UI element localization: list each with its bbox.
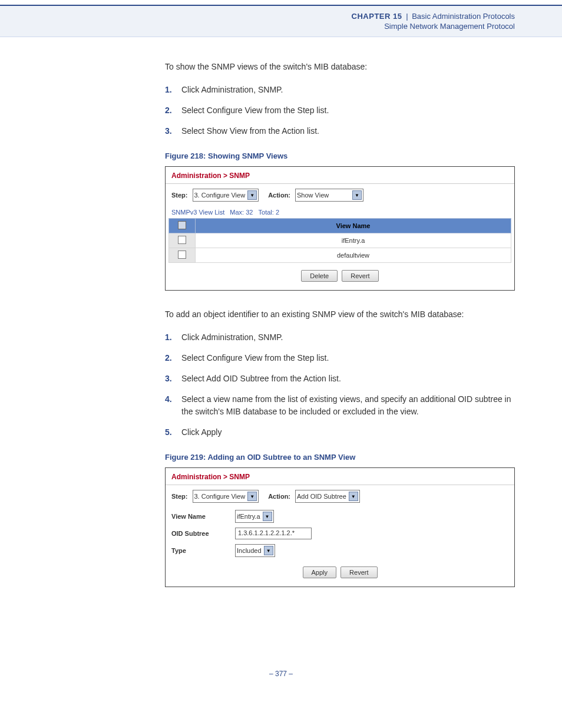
step-label: Step: xyxy=(171,192,188,199)
oid-label: OID Subtree xyxy=(171,530,235,537)
step-number: 5. xyxy=(165,426,172,439)
row-viewname: ifEntry.a xyxy=(196,233,511,248)
step-text: Click Administration, SNMP. xyxy=(181,85,283,94)
revert-button[interactable]: Revert xyxy=(342,270,378,282)
chapter-subtitle: Simple Network Management Protocol xyxy=(0,22,515,31)
list-label: SNMPv3 View List xyxy=(171,209,224,216)
step-select-value: 3. Configure View xyxy=(194,192,246,199)
breadcrumb: Administration > SNMP xyxy=(166,468,514,485)
viewname-row: View Name ifEntry.a ▼ xyxy=(166,508,514,525)
step-select-value: 3. Configure View xyxy=(194,493,246,500)
checkbox-icon xyxy=(178,221,186,229)
header-separator: | xyxy=(404,12,409,21)
step-text: Click Apply xyxy=(181,427,222,437)
action-select-value: Show View xyxy=(297,192,329,199)
row-checkbox[interactable] xyxy=(178,236,186,244)
section1-intro: To show the SNMP views of the switch's M… xyxy=(165,61,515,73)
section2-steps: 1.Click Administration, SNMP. 2.Select C… xyxy=(165,331,515,439)
figure218-screenshot: Administration > SNMP Step: 3. Configure… xyxy=(165,166,515,291)
step-select[interactable]: 3. Configure View ▼ xyxy=(193,490,259,503)
step-number: 3. xyxy=(165,373,172,385)
list-max: Max: 32 xyxy=(230,209,253,216)
chevron-down-icon[interactable]: ▼ xyxy=(247,190,257,200)
step-text: Select Add OID Subtree from the Action l… xyxy=(181,374,341,383)
select-all-header[interactable] xyxy=(169,219,196,233)
oid-input[interactable]: 1.3.6.1.2.1.2.2.1.2.* xyxy=(235,528,312,539)
row-viewname: defaultview xyxy=(196,248,511,263)
type-value: Included xyxy=(237,547,262,554)
delete-button[interactable]: Delete xyxy=(301,270,338,282)
chevron-down-icon[interactable]: ▼ xyxy=(263,512,272,521)
action-label: Action: xyxy=(268,493,290,500)
step-number: 2. xyxy=(165,104,172,117)
action-label: Action: xyxy=(268,192,290,199)
oid-row: OID Subtree 1.3.6.1.2.1.2.2.1.2.* xyxy=(166,525,514,542)
figure219-caption: Figure 219: Adding an OID Subtree to an … xyxy=(165,453,515,462)
section2-intro: To add an object identifier to an existi… xyxy=(165,308,515,321)
step-number: 4. xyxy=(165,393,172,406)
page-header: CHAPTER 15 | Basic Administration Protoc… xyxy=(0,6,562,37)
step-number: 1. xyxy=(165,84,172,96)
list-info: SNMPv3 View List Max: 32 Total: 2 xyxy=(166,206,514,218)
step-text: Click Administration, SNMP. xyxy=(181,332,283,342)
step-text: Select a view name from the list of exis… xyxy=(181,394,511,416)
action-select[interactable]: Show View ▼ xyxy=(295,189,363,202)
chevron-down-icon[interactable]: ▼ xyxy=(352,190,362,200)
step-text: Select Configure View from the Step list… xyxy=(181,106,329,115)
chapter-title: Basic Administration Protocols xyxy=(412,12,515,21)
step-number: 3. xyxy=(165,125,172,137)
type-label: Type xyxy=(171,547,235,554)
top-border xyxy=(0,0,562,6)
step-label: Step: xyxy=(171,493,188,500)
page-number: – 377 – xyxy=(0,670,562,678)
revert-button[interactable]: Revert xyxy=(340,566,377,578)
chapter-label: CHAPTER 15 xyxy=(352,12,402,21)
step-text: Select Show View from the Action list. xyxy=(181,126,319,136)
chevron-down-icon[interactable]: ▼ xyxy=(349,492,358,501)
type-select[interactable]: Included ▼ xyxy=(235,544,275,557)
action-select[interactable]: Add OID Subtree ▼ xyxy=(295,490,360,503)
step-number: 2. xyxy=(165,352,172,364)
viewname-header: View Name xyxy=(196,219,511,233)
controls-row: Step: 3. Configure View ▼ Action: Show V… xyxy=(166,184,514,206)
viewname-value: ifEntry.a xyxy=(237,513,260,520)
section1-steps: 1.Click Administration, SNMP. 2.Select C… xyxy=(165,84,515,137)
step-select[interactable]: 3. Configure View ▼ xyxy=(193,189,259,202)
controls-row: Step: 3. Configure View ▼ Action: Add OI… xyxy=(166,485,514,508)
type-row: Type Included ▼ xyxy=(166,542,514,559)
button-row: Delete Revert xyxy=(166,263,514,290)
viewname-select[interactable]: ifEntry.a ▼ xyxy=(235,510,274,523)
breadcrumb: Administration > SNMP xyxy=(166,167,514,184)
figure219-screenshot: Administration > SNMP Step: 3. Configure… xyxy=(165,467,515,587)
table-row: defaultview xyxy=(169,248,511,263)
apply-button[interactable]: Apply xyxy=(303,566,337,578)
list-total: Total: 2 xyxy=(259,209,279,216)
page-content: To show the SNMP views of the switch's M… xyxy=(165,61,515,587)
action-select-value: Add OID Subtree xyxy=(297,493,346,500)
step-text: Select Configure View from the Step list… xyxy=(181,353,329,363)
view-table: View Name ifEntry.a defaultview xyxy=(168,218,511,263)
chevron-down-icon[interactable]: ▼ xyxy=(264,546,273,555)
figure218-caption: Figure 218: Showing SNMP Views xyxy=(165,151,515,160)
button-row: Apply Revert xyxy=(166,559,514,587)
table-row: ifEntry.a xyxy=(169,233,511,248)
viewname-label: View Name xyxy=(171,513,235,520)
row-checkbox[interactable] xyxy=(178,251,186,259)
step-number: 1. xyxy=(165,331,172,344)
chevron-down-icon[interactable]: ▼ xyxy=(247,492,257,501)
